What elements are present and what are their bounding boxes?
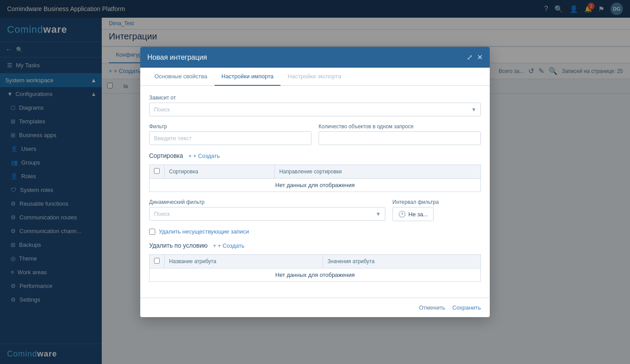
dynamic-filter-col: Динамический фильтр Поиск ▼ [149,199,385,221]
dynamic-filter-label: Динамический фильтр [149,199,385,205]
sort-col-direction: Направление сортировки [275,165,481,179]
dynamic-filter-row: Динамический фильтр Поиск ▼ Интервал фил… [149,199,481,221]
depends-on-label: Зависит от [149,95,481,101]
sort-add-button[interactable]: + + Создать [188,153,220,159]
modal-tabs: Основные свойства Настройки импорта Наст… [140,68,490,86]
sort-table: Сортировка Направление сортировки Нет да… [149,165,481,192]
plus-sort-icon: + [188,153,192,159]
modal-footer: Отменить Сохранить [140,298,490,317]
objects-per-request-input[interactable]: 10 000 [319,131,481,145]
delete-by-condition-title: Удалить по условию [149,242,207,249]
sort-select-all[interactable] [154,168,160,174]
tab-basic-properties[interactable]: Основные свойства [147,68,215,86]
filter-input[interactable] [149,131,311,145]
delete-col-check [150,255,165,268]
tab-export-settings: Настройки экспорта [280,68,348,86]
interval-button[interactable]: 🕐 Не за... [392,207,434,221]
sort-col-sort: Сортировка [165,165,275,179]
delete-col-attr-name: Название атрибута [165,255,323,268]
delete-nonexistent-checkbox[interactable] [149,229,155,235]
clock-icon: 🕐 [398,211,406,218]
sort-section-row: Сортировка + + Создать [149,152,481,159]
modal-header: Новая интеграция ⤢ ✕ [140,47,490,68]
sort-col-check [150,165,165,179]
cancel-button[interactable]: Отменить [419,304,445,311]
delete-by-condition-row: Удалить по условию + + Создать [149,242,481,249]
sort-section-title: Сортировка [149,152,183,159]
dynamic-filter-select-wrap: Поиск ▼ [149,207,385,221]
delete-add-button[interactable]: + + Создать [213,242,244,249]
dynamic-filter-select[interactable]: Поиск [149,207,385,221]
tab-import-settings[interactable]: Настройки импорта [215,68,281,86]
filter-row: Фильтр Количество объектов в одном запро… [149,123,481,145]
depends-on-select-wrap: Поиск ▼ [149,103,481,116]
modal-dialog: Новая интеграция ⤢ ✕ Основные свойства Н… [140,47,490,317]
save-button[interactable]: Сохранить [452,304,481,311]
delete-empty-row: Нет данных для отображения [150,268,481,282]
depends-on-group: Зависит от Поиск ▼ [149,95,481,116]
close-icon[interactable]: ✕ [477,53,483,61]
sort-empty-row: Нет данных для отображения [150,179,481,192]
maximize-icon[interactable]: ⤢ [467,53,472,61]
delete-nonexistent-label: Удалить несуществующие записи [159,228,249,235]
plus-delete-icon: + [213,242,216,249]
interval-label: Интервал фильтра [392,199,481,205]
filter-col: Фильтр [149,123,311,145]
delete-table: Название атрибута Значения атрибута Нет … [149,254,481,282]
objects-per-request-label: Количество объектов в одном запросе [319,123,481,130]
interval-value: Не за... [408,211,428,218]
delete-select-all[interactable] [154,258,160,264]
sort-empty-message: Нет данных для отображения [150,179,481,192]
modal-header-actions: ⤢ ✕ [467,53,483,61]
filter-label: Фильтр [149,123,311,130]
depends-on-select[interactable]: Поиск [149,103,481,116]
modal-title: Новая интеграция [147,54,207,61]
modal-body: Зависит от Поиск ▼ Фильтр Количество объ… [140,86,490,298]
objects-per-request-col: Количество объектов в одном запросе 10 0… [319,123,481,145]
delete-nonexistent-row: Удалить несуществующие записи [149,228,481,235]
modal-overlay: Новая интеграция ⤢ ✕ Основные свойства Н… [0,0,630,364]
delete-col-attr-value: Значения атрибута [323,255,481,268]
delete-empty-message: Нет данных для отображения [150,268,481,282]
interval-col: Интервал фильтра 🕐 Не за... [392,199,481,221]
